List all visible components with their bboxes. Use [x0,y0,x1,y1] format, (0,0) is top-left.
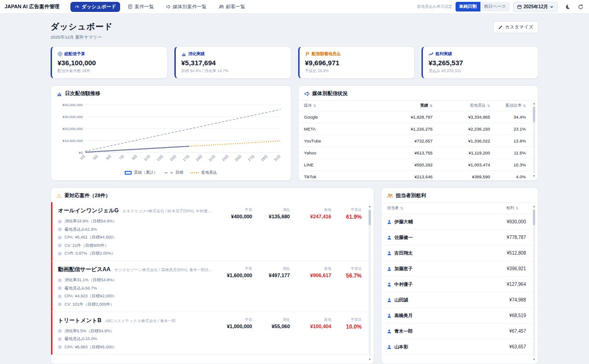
alert-dot-icon [58,244,62,247]
scroll-up-icon[interactable]: ▲ [533,102,536,105]
person-icon [387,313,392,318]
nav-label: 案件一覧 [134,4,154,10]
nav-case-list[interactable]: 案件一覧 [124,2,158,12]
profit-row[interactable]: 佐藤健一¥778,787 [381,230,538,245]
col-actual[interactable]: 実績⇅ [380,103,433,108]
media-table-header: 媒体⇅ 実績⇅ 着地見込⇅ 配信比率⇅ [299,100,538,111]
profit-row[interactable]: 高橋美月¥68,519 [381,308,538,324]
case-item[interactable]: オールインワンジェルG カキクケコス×株式会社 / 鈴木花子(50%), 中村優… [51,202,374,261]
case-item[interactable]: 動画配信サービスAA サジズゼゾーン株式会社 / 高橋美月(50%), 青木一郎… [51,261,374,312]
scrollbar[interactable]: ▲ ▼ [531,102,537,178]
legend-swatch-forecast [191,172,199,173]
svg-text:17日: 17日 [182,154,191,162]
scrollbar[interactable]: ▲ ▼ [367,205,372,361]
daily-trend-card: 日次配信額推移 ¥0¥10,000,000¥20,000,000¥30,000,… [51,85,291,181]
col-share[interactable]: 配信比率⇅ [490,103,526,108]
svg-text:¥20,000,000: ¥20,000,000 [62,127,83,131]
scroll-thumb[interactable] [533,210,535,225]
media-row[interactable]: TikTok¥213,646¥389,5904.0% [299,171,538,181]
megaphone-icon [304,91,310,97]
person-icon [387,251,392,256]
person-icon [387,345,392,349]
forecast-mode-toggle: 単純日割 前日ベース [456,2,510,11]
alert-dot-icon [58,279,62,282]
svg-text:1日: 1日 [79,154,86,161]
kpi-sub: 配信中案件数 28件 [58,68,162,74]
scroll-thumb[interactable] [369,210,371,225]
kpi-landing-forecast: 配信額着地見込 ¥9,696,971 予算比 26.9% [298,46,415,79]
profit-row[interactable]: 山本彩¥63,657 [381,339,538,355]
main-nav: ダッシュボード 案件一覧 媒体別案件一覧 顧客一覧 [70,2,249,12]
nav-customer-list[interactable]: 顧客一覧 [214,2,249,12]
flag-icon [305,51,310,57]
profit-row[interactable]: 青木一郎¥67,457 [381,324,538,339]
kpi-sub: 予算比 26.9% [305,68,409,74]
card-title: 要対応案件（28件） [64,192,110,199]
kpi-gross-profit: 粗利実績 ¥3,265,537 見込み ¥3,078,331 [422,46,538,79]
sort-icon: ⇅ [429,104,433,108]
profit-rows: 伊藤大輔¥930,000 佐藤健一¥778,787 吉田翔太¥512,808 加… [381,214,538,355]
card-title: 媒体別配信状況 [312,90,348,97]
media-row[interactable]: Yahoo¥613,755¥1,119,20011.5% [299,147,538,159]
scroll-up-icon[interactable]: ▲ [533,205,536,208]
legend-swatch-target [165,172,173,173]
scrollbar[interactable]: ▲ ▼ [531,205,537,361]
media-row[interactable]: META¥1,226,276¥2,236,15023.1% [299,123,538,135]
profit-row[interactable]: 中村優子¥127,964 [381,277,538,292]
scroll-thumb[interactable] [533,107,535,122]
case-notes: 消化率31.1%（目標54.8%） 着地見込み56.7% CPA: ¥4,923… [58,277,213,307]
scroll-rail[interactable] [533,106,535,173]
kpi-value: ¥5,317,694 [181,59,285,67]
case-item[interactable]: トリートメントB ABCコスメティクス株式会社 / 青木一郎 消化率5.5%（目… [51,312,374,355]
col-person[interactable]: 担当者⇅ [387,205,403,211]
profit-row[interactable]: 山田誠¥74,988 [381,292,538,308]
kpi-row: 総配信予算 ¥36,100,000 配信中案件数 28件 消化実績 ¥5,317… [51,46,538,79]
media-row[interactable]: Google¥1,828,797¥3,334,86534.4% [299,111,538,123]
scroll-down-icon[interactable]: ▼ [533,174,536,178]
col-media[interactable]: 媒体⇅ [304,103,380,108]
mode-simple-daily-button[interactable]: 単純日割 [456,2,480,11]
alert-dot-icon [58,345,62,349]
media-status-card: 媒体別配信状況 媒体⇅ 実績⇅ 着地見込⇅ 配信比率⇅ Google¥1,828… [298,85,539,181]
nav-label: 顧客一覧 [226,4,245,10]
media-row[interactable]: LINE¥550,292¥1,003,47410.3% [299,159,538,171]
svg-text:11日: 11日 [143,154,151,162]
scroll-rail[interactable] [369,209,371,357]
alert-dot-icon [58,236,62,239]
svg-text:7日: 7日 [118,154,125,161]
svg-text:29日: 29日 [260,154,269,162]
svg-text:5日: 5日 [105,154,112,161]
sort-icon: ⇅ [313,104,317,108]
alert-dot-icon [58,220,62,223]
action-required-card: ⚠ 要対応案件（28件） オールインワンジェルG カキクケコス×株式会社 / 鈴… [51,188,374,364]
case-metrics: 予算¥1,000,000 消化¥55,060 着地¥100,404 予算比10.… [217,317,362,350]
customize-button[interactable]: カスタマイズ [493,21,538,33]
chevron-down-icon [550,5,554,9]
media-row[interactable]: YouTube¥732,657¥1,336,02213.8% [299,135,538,147]
profit-row[interactable]: 加藤恵子¥396,921 [381,261,538,277]
profit-row[interactable]: 伊藤大輔¥930,000 [381,214,538,230]
refresh-button[interactable] [577,3,584,11]
scroll-rail[interactable] [533,209,535,357]
profit-row[interactable]: 吉田翔太¥512,808 [381,245,538,261]
scroll-up-icon[interactable]: ▲ [369,205,371,208]
nav-dashboard[interactable]: ダッシュボード [70,2,120,12]
case-notes: 消化率33.9%（目標54.8%） 着地見込み61.9% CPA: ¥6,461… [58,218,213,256]
person-icon [387,267,392,271]
nav-label: ダッシュボード [81,4,116,10]
person-icon [387,235,392,240]
people-icon [219,4,224,9]
col-forecast[interactable]: 着地見込⇅ [433,103,490,108]
dark-mode-button[interactable] [564,3,571,11]
nav-media-case-list[interactable]: 媒体別案件一覧 [162,2,211,12]
col-profit[interactable]: 粗利⇅ [506,205,519,211]
mode-prevday-button[interactable]: 前日ベース [480,2,510,11]
legend-swatch-actual [125,171,132,175]
kpi-value: ¥36,100,000 [58,59,162,67]
scroll-down-icon[interactable]: ▼ [369,358,371,361]
media-rows: Google¥1,828,797¥3,334,86534.4% META¥1,2… [299,111,538,181]
scroll-down-icon[interactable]: ▼ [533,358,536,361]
app-title: JAPAN AI 広告案件管理 [5,3,59,10]
case-name: オールインワンジェルG [58,207,119,215]
month-selector[interactable]: 2025年12月 [513,2,558,12]
